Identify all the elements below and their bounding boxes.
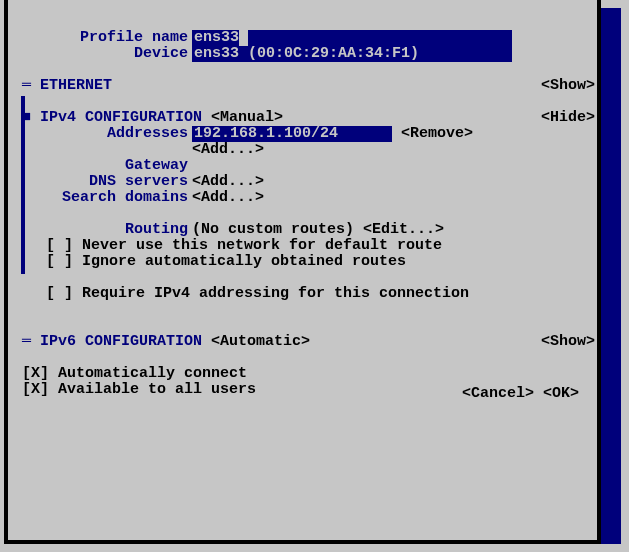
- dialog-body: Profile name ens33_ Device ens33 (00:0C:…: [22, 30, 595, 398]
- dialog-frame: Profile name ens33_ Device ens33 (00:0C:…: [4, 0, 601, 544]
- label-dns: DNS servers: [22, 174, 192, 190]
- input-device[interactable]: ens33 (00:0C:29:AA:34:F1): [192, 46, 512, 62]
- row-chk-require-ipv4: [ ] Require IPv4 addressing for this con…: [22, 286, 595, 302]
- toggle-ipv4-hide[interactable]: <Hide>: [535, 110, 595, 126]
- row-device: Device ens33 (00:0C:29:AA:34:F1): [22, 46, 595, 62]
- checkbox-ignore-auto[interactable]: [ ]: [46, 254, 73, 270]
- row-routing: Routing (No custom routes) <Edit...>: [22, 222, 595, 238]
- checkbox-all-users[interactable]: [X]: [22, 382, 49, 398]
- row-dns: DNS servers <Add...>: [22, 174, 595, 190]
- button-remove-address[interactable]: <Remove>: [401, 126, 473, 142]
- section-title-ipv4: IPv4 CONFIGURATION: [40, 110, 202, 126]
- section-ipv6: ═ IPv6 CONFIGURATION <Automatic> <Show>: [22, 334, 595, 350]
- bottom-buttons: <Cancel> <OK>: [408, 370, 579, 418]
- toggle-ethernet-show[interactable]: <Show>: [535, 78, 595, 94]
- label-addresses: Addresses: [22, 126, 192, 142]
- row-search-domains: Search domains <Add...>: [22, 190, 595, 206]
- label-ignore-auto: Ignore automatically obtained routes: [82, 254, 406, 270]
- toggle-ipv6-show[interactable]: <Show>: [535, 334, 595, 350]
- section-ethernet: ═ ETHERNET <Show>: [22, 78, 595, 94]
- button-add-search-domain[interactable]: <Add...>: [192, 190, 264, 206]
- row-addresses: Addresses 192.168.1.100/24 <Remove>: [22, 126, 595, 142]
- button-add-dns[interactable]: <Add...>: [192, 174, 264, 190]
- bullet-ethernet: ═: [22, 78, 40, 94]
- checkbox-never-default[interactable]: [ ]: [46, 238, 73, 254]
- checkbox-require-ipv4[interactable]: [ ]: [46, 286, 73, 302]
- checkbox-auto-connect[interactable]: [X]: [22, 366, 49, 382]
- label-search-domains: Search domains: [22, 190, 192, 206]
- label-profile-name: Profile name: [22, 30, 192, 46]
- input-address[interactable]: 192.168.1.100/24: [192, 126, 392, 142]
- label-device: Device: [22, 46, 192, 62]
- ipv4-side-line: [21, 96, 25, 274]
- section-title-ipv6: IPv6 CONFIGURATION: [40, 334, 202, 350]
- input-profile-name[interactable]: ens33_: [192, 30, 512, 46]
- section-title-ethernet: ETHERNET: [40, 78, 112, 94]
- button-add-address[interactable]: <Add...>: [192, 142, 264, 158]
- label-gateway: Gateway: [22, 158, 192, 174]
- bullet-ipv6: ═: [22, 334, 40, 350]
- routing-status: (No custom routes): [192, 222, 354, 238]
- section-ipv4: ■ IPv4 CONFIGURATION <Manual> <Hide>: [22, 110, 595, 126]
- label-auto-connect: Automatically connect: [58, 366, 247, 382]
- ok-button[interactable]: <OK>: [543, 385, 579, 402]
- label-routing: Routing: [22, 222, 192, 238]
- label-all-users: Available to all users: [58, 382, 256, 398]
- screen: Edit Connection Profile name ens33_ Devi…: [0, 0, 629, 552]
- cancel-button[interactable]: <Cancel>: [462, 385, 534, 402]
- row-profile-name: Profile name ens33_: [22, 30, 595, 46]
- label-require-ipv4: Require IPv4 addressing for this connect…: [82, 286, 469, 302]
- label-never-default: Never use this network for default route: [82, 238, 442, 254]
- row-gateway: Gateway: [22, 158, 595, 174]
- row-add-address: <Add...>: [22, 142, 595, 158]
- row-chk-never-default: [ ] Never use this network for default r…: [22, 238, 595, 254]
- ipv4-mode-select[interactable]: <Manual>: [211, 110, 283, 126]
- button-edit-routing[interactable]: <Edit...>: [363, 222, 444, 238]
- row-chk-ignore-auto: [ ] Ignore automatically obtained routes: [22, 254, 595, 270]
- ipv6-mode-select[interactable]: <Automatic>: [211, 334, 310, 350]
